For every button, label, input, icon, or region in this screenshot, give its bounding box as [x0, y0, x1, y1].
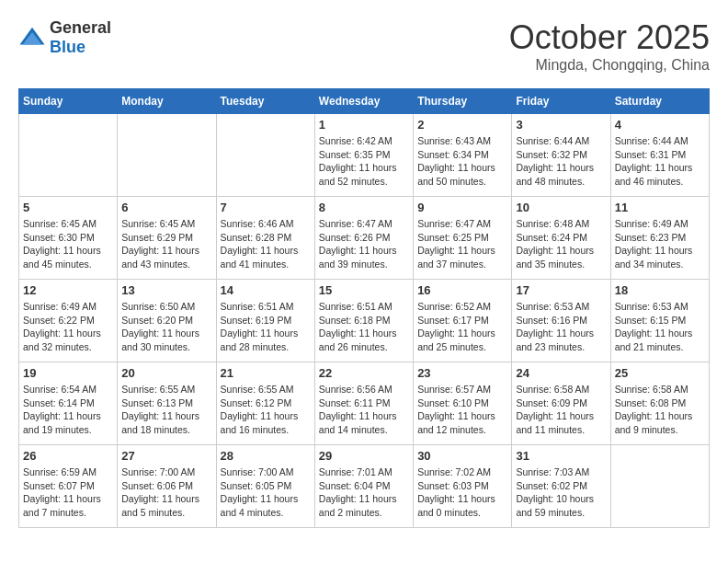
day-number: 29	[319, 449, 409, 463]
day-number: 16	[417, 283, 507, 297]
day-info: Sunrise: 6:44 AM Sunset: 6:32 PM Dayligh…	[516, 134, 606, 189]
calendar-cell: 20Sunrise: 6:55 AM Sunset: 6:13 PM Dayli…	[118, 362, 216, 445]
day-info: Sunrise: 6:46 AM Sunset: 6:28 PM Dayligh…	[221, 217, 311, 271]
header-sunday: Sunday	[19, 89, 118, 114]
day-info: Sunrise: 6:57 AM Sunset: 6:10 PM Dayligh…	[417, 383, 507, 437]
day-info: Sunrise: 6:51 AM Sunset: 6:18 PM Dayligh…	[319, 300, 409, 354]
calendar-cell: 31Sunrise: 7:03 AM Sunset: 6:02 PM Dayli…	[512, 445, 610, 528]
day-number: 11	[615, 201, 705, 214]
day-number: 12	[23, 283, 113, 297]
day-number: 10	[516, 201, 606, 214]
week-row-1: 1Sunrise: 6:42 AM Sunset: 6:35 PM Daylig…	[19, 114, 710, 197]
day-number: 25	[615, 366, 705, 380]
day-info: Sunrise: 6:43 AM Sunset: 6:34 PM Dayligh…	[417, 134, 507, 189]
day-info: Sunrise: 6:55 AM Sunset: 6:12 PM Dayligh…	[221, 383, 311, 437]
calendar-cell: 7Sunrise: 6:46 AM Sunset: 6:28 PM Daylig…	[216, 197, 314, 280]
day-info: Sunrise: 6:55 AM Sunset: 6:13 PM Dayligh…	[121, 383, 211, 437]
day-number: 13	[121, 283, 211, 297]
header-thursday: Thursday	[414, 89, 512, 114]
calendar-cell: 27Sunrise: 7:00 AM Sunset: 6:06 PM Dayli…	[118, 445, 216, 528]
calendar-cell: 28Sunrise: 7:00 AM Sunset: 6:05 PM Dayli…	[216, 445, 314, 528]
day-number: 1	[319, 118, 409, 132]
day-number: 31	[516, 449, 606, 463]
calendar-cell	[216, 114, 314, 197]
day-number: 9	[417, 201, 507, 214]
week-row-3: 12Sunrise: 6:49 AM Sunset: 6:22 PM Dayli…	[19, 280, 710, 362]
week-row-5: 26Sunrise: 6:59 AM Sunset: 6:07 PM Dayli…	[19, 445, 710, 528]
day-number: 8	[319, 201, 409, 214]
calendar-cell: 22Sunrise: 6:56 AM Sunset: 6:11 PM Dayli…	[314, 362, 413, 445]
day-info: Sunrise: 6:49 AM Sunset: 6:23 PM Dayligh…	[615, 217, 705, 271]
day-info: Sunrise: 7:01 AM Sunset: 6:04 PM Dayligh…	[319, 465, 409, 520]
calendar-cell: 2Sunrise: 6:43 AM Sunset: 6:34 PM Daylig…	[414, 114, 512, 197]
calendar-cell: 15Sunrise: 6:51 AM Sunset: 6:18 PM Dayli…	[314, 280, 413, 362]
day-info: Sunrise: 6:52 AM Sunset: 6:17 PM Dayligh…	[417, 300, 507, 354]
header-friday: Friday	[512, 89, 610, 114]
day-number: 24	[516, 366, 606, 380]
day-info: Sunrise: 6:58 AM Sunset: 6:08 PM Dayligh…	[615, 383, 705, 437]
title-block: October 2025 Mingda, Chongqing, China	[509, 18, 710, 74]
day-info: Sunrise: 6:58 AM Sunset: 6:09 PM Dayligh…	[516, 383, 606, 437]
day-info: Sunrise: 6:44 AM Sunset: 6:31 PM Dayligh…	[615, 134, 705, 189]
calendar-table: SundayMondayTuesdayWednesdayThursdayFrid…	[18, 88, 710, 528]
day-number: 30	[417, 449, 507, 463]
calendar-cell: 19Sunrise: 6:54 AM Sunset: 6:14 PM Dayli…	[19, 362, 118, 445]
day-info: Sunrise: 6:56 AM Sunset: 6:11 PM Dayligh…	[319, 383, 409, 437]
calendar-cell: 5Sunrise: 6:45 AM Sunset: 6:30 PM Daylig…	[19, 197, 118, 280]
day-info: Sunrise: 6:54 AM Sunset: 6:14 PM Dayligh…	[23, 383, 113, 437]
day-number: 19	[23, 366, 113, 380]
calendar-cell: 8Sunrise: 6:47 AM Sunset: 6:26 PM Daylig…	[314, 197, 413, 280]
calendar-cell: 16Sunrise: 6:52 AM Sunset: 6:17 PM Dayli…	[414, 280, 512, 362]
calendar-cell: 11Sunrise: 6:49 AM Sunset: 6:23 PM Dayli…	[610, 197, 709, 280]
day-number: 3	[516, 118, 606, 132]
day-info: Sunrise: 6:49 AM Sunset: 6:22 PM Dayligh…	[23, 300, 113, 354]
calendar-cell: 26Sunrise: 6:59 AM Sunset: 6:07 PM Dayli…	[19, 445, 118, 528]
calendar-cell: 3Sunrise: 6:44 AM Sunset: 6:32 PM Daylig…	[512, 114, 610, 197]
calendar-cell: 23Sunrise: 6:57 AM Sunset: 6:10 PM Dayli…	[414, 362, 512, 445]
logo-text-general: General	[50, 18, 111, 37]
page-header: General Blue October 2025 Mingda, Chongq…	[18, 18, 710, 74]
calendar-cell: 18Sunrise: 6:53 AM Sunset: 6:15 PM Dayli…	[610, 280, 709, 362]
calendar-cell: 6Sunrise: 6:45 AM Sunset: 6:29 PM Daylig…	[118, 197, 216, 280]
calendar-cell: 4Sunrise: 6:44 AM Sunset: 6:31 PM Daylig…	[610, 114, 709, 197]
day-number: 23	[417, 366, 507, 380]
day-info: Sunrise: 7:00 AM Sunset: 6:06 PM Dayligh…	[121, 465, 211, 520]
calendar-cell: 24Sunrise: 6:58 AM Sunset: 6:09 PM Dayli…	[512, 362, 610, 445]
day-info: Sunrise: 6:53 AM Sunset: 6:15 PM Dayligh…	[615, 300, 705, 354]
calendar-cell: 29Sunrise: 7:01 AM Sunset: 6:04 PM Dayli…	[314, 445, 413, 528]
calendar-cell	[19, 114, 118, 197]
day-info: Sunrise: 6:48 AM Sunset: 6:24 PM Dayligh…	[516, 217, 606, 271]
logo: General Blue	[18, 18, 111, 57]
day-info: Sunrise: 6:45 AM Sunset: 6:30 PM Dayligh…	[23, 217, 113, 271]
day-number: 21	[221, 366, 311, 380]
calendar-cell: 12Sunrise: 6:49 AM Sunset: 6:22 PM Dayli…	[19, 280, 118, 362]
calendar-cell: 13Sunrise: 6:50 AM Sunset: 6:20 PM Dayli…	[118, 280, 216, 362]
calendar-cell	[118, 114, 216, 197]
calendar-cell: 30Sunrise: 7:02 AM Sunset: 6:03 PM Dayli…	[414, 445, 512, 528]
day-number: 18	[615, 283, 705, 297]
month-title: October 2025	[509, 18, 710, 57]
day-info: Sunrise: 7:02 AM Sunset: 6:03 PM Dayligh…	[417, 465, 507, 520]
header-wednesday: Wednesday	[314, 89, 413, 114]
day-number: 2	[417, 118, 507, 132]
day-info: Sunrise: 6:59 AM Sunset: 6:07 PM Dayligh…	[23, 465, 113, 520]
day-number: 5	[23, 201, 113, 214]
calendar-cell: 10Sunrise: 6:48 AM Sunset: 6:24 PM Dayli…	[512, 197, 610, 280]
day-number: 26	[23, 449, 113, 463]
week-row-2: 5Sunrise: 6:45 AM Sunset: 6:30 PM Daylig…	[19, 197, 710, 280]
week-row-4: 19Sunrise: 6:54 AM Sunset: 6:14 PM Dayli…	[19, 362, 710, 445]
location-title: Mingda, Chongqing, China	[509, 57, 710, 74]
day-number: 22	[319, 366, 409, 380]
day-number: 14	[221, 283, 311, 297]
day-info: Sunrise: 6:45 AM Sunset: 6:29 PM Dayligh…	[121, 217, 211, 271]
day-info: Sunrise: 6:50 AM Sunset: 6:20 PM Dayligh…	[121, 300, 211, 354]
logo-text-blue: Blue	[50, 38, 85, 56]
day-number: 20	[121, 366, 211, 380]
day-number: 17	[516, 283, 606, 297]
day-info: Sunrise: 6:53 AM Sunset: 6:16 PM Dayligh…	[516, 300, 606, 354]
header-monday: Monday	[118, 89, 216, 114]
day-info: Sunrise: 6:42 AM Sunset: 6:35 PM Dayligh…	[319, 134, 409, 189]
day-info: Sunrise: 6:47 AM Sunset: 6:26 PM Dayligh…	[319, 217, 409, 271]
header-tuesday: Tuesday	[216, 89, 314, 114]
day-number: 4	[615, 118, 705, 132]
